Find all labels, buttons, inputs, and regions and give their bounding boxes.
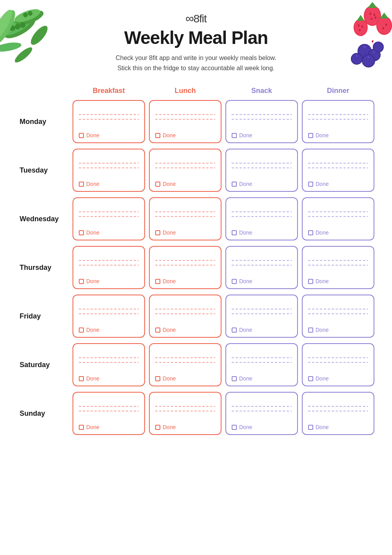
meal-box-sunday-dinner[interactable]: Done (302, 392, 374, 435)
day-label-friday: Friday (18, 312, 69, 320)
done-label-monday-lunch: Done (163, 132, 176, 138)
column-headers: Breakfast Lunch Snack Dinner (16, 85, 376, 97)
done-label-friday-lunch: Done (163, 327, 176, 333)
checkbox-sunday-breakfast[interactable] (79, 425, 84, 430)
checkbox-saturday-breakfast[interactable] (79, 376, 84, 381)
checkbox-wednesday-lunch[interactable] (155, 230, 160, 235)
done-label-saturday-snack: Done (239, 375, 252, 382)
checkbox-thursday-lunch[interactable] (155, 279, 160, 284)
day-row-thursday: Thursday Done Done (16, 246, 376, 289)
checkbox-friday-snack[interactable] (232, 328, 237, 333)
checkbox-friday-lunch[interactable] (155, 328, 160, 333)
meal-box-sunday-lunch[interactable]: Done (149, 392, 221, 435)
checkbox-saturday-snack[interactable] (232, 376, 237, 381)
meal-box-monday-lunch[interactable]: Done (149, 100, 221, 143)
meal-box-wednesday-lunch[interactable]: Done (149, 197, 221, 240)
day-row-friday: Friday Done Done (16, 295, 376, 338)
meal-box-wednesday-dinner[interactable]: Done (302, 197, 374, 240)
day-row-saturday: Saturday Done Done (16, 343, 376, 386)
checkbox-monday-dinner[interactable] (308, 133, 313, 138)
checkbox-monday-breakfast[interactable] (79, 133, 84, 138)
done-label-thursday-lunch: Done (163, 278, 176, 284)
meal-box-sunday-breakfast[interactable]: Done (73, 392, 145, 435)
checkbox-saturday-dinner[interactable] (308, 376, 313, 381)
checkbox-monday-lunch[interactable] (155, 133, 160, 138)
meal-grid: Breakfast Lunch Snack Dinner Monday Done (16, 85, 376, 435)
meal-box-thursday-breakfast[interactable]: Done (73, 246, 145, 289)
day-label-wednesday: Wednesday (18, 215, 69, 223)
checkbox-thursday-breakfast[interactable] (79, 279, 84, 284)
checkbox-monday-snack[interactable] (232, 133, 237, 138)
checkbox-thursday-dinner[interactable] (308, 279, 313, 284)
meal-box-sunday-snack[interactable]: Done (225, 392, 298, 435)
meal-box-wednesday-snack[interactable]: Done (225, 197, 298, 240)
done-label-friday-dinner: Done (316, 327, 328, 333)
day-row-sunday: Sunday Done Done (16, 392, 376, 435)
meal-box-thursday-dinner[interactable]: Done (302, 246, 374, 289)
checkbox-thursday-snack[interactable] (232, 279, 237, 284)
checkbox-saturday-lunch[interactable] (155, 376, 160, 381)
checkbox-friday-dinner[interactable] (308, 328, 313, 333)
done-label-thursday-snack: Done (239, 278, 252, 284)
meal-box-friday-dinner[interactable]: Done (302, 295, 374, 338)
meal-box-friday-lunch[interactable]: Done (149, 295, 221, 338)
day-label-tuesday: Tuesday (18, 166, 69, 175)
done-label-tuesday-snack: Done (239, 181, 252, 187)
meal-box-tuesday-lunch[interactable]: Done (149, 149, 221, 192)
checkbox-wednesday-breakfast[interactable] (79, 230, 84, 235)
checkbox-sunday-lunch[interactable] (155, 425, 160, 430)
done-label-wednesday-snack: Done (239, 229, 252, 236)
col-header-snack: Snack (225, 85, 298, 97)
done-label-wednesday-breakfast: Done (86, 229, 99, 236)
col-header-dinner: Dinner (302, 85, 374, 97)
checkbox-wednesday-snack[interactable] (232, 230, 237, 235)
meal-box-tuesday-dinner[interactable]: Done (302, 149, 374, 192)
checkbox-tuesday-dinner[interactable] (308, 182, 313, 187)
col-header-breakfast: Breakfast (73, 85, 145, 97)
done-label-thursday-breakfast: Done (86, 278, 99, 284)
meal-box-tuesday-snack[interactable]: Done (225, 149, 298, 192)
meal-box-thursday-snack[interactable]: Done (225, 246, 298, 289)
done-label-monday-snack: Done (239, 132, 252, 138)
done-label-tuesday-breakfast: Done (86, 181, 99, 187)
checkbox-friday-breakfast[interactable] (79, 328, 84, 333)
done-label-sunday-dinner: Done (316, 424, 328, 430)
page-title: Weekly Meal Plan (0, 27, 392, 48)
meal-box-monday-snack[interactable]: Done (225, 100, 298, 143)
logo-symbol: ∞ (185, 12, 193, 25)
meal-box-saturday-lunch[interactable]: Done (149, 343, 221, 386)
meal-box-saturday-dinner[interactable]: Done (302, 343, 374, 386)
meal-box-friday-snack[interactable]: Done (225, 295, 298, 338)
checkbox-tuesday-breakfast[interactable] (79, 182, 84, 187)
done-label-saturday-lunch: Done (163, 375, 176, 382)
checkbox-tuesday-snack[interactable] (232, 182, 237, 187)
meal-box-friday-breakfast[interactable]: Done (73, 295, 145, 338)
checkbox-sunday-snack[interactable] (232, 425, 237, 430)
done-label-thursday-dinner: Done (316, 278, 328, 284)
checkbox-sunday-dinner[interactable] (308, 425, 313, 430)
day-label-sunday: Sunday (18, 409, 69, 418)
meal-box-tuesday-breakfast[interactable]: Done (73, 149, 145, 192)
page-header: ∞8fit Weekly Meal Plan Check your 8fit a… (0, 0, 392, 85)
done-label-tuesday-lunch: Done (163, 181, 176, 187)
day-row-tuesday: Tuesday Done Done (16, 149, 376, 192)
day-label-saturday: Saturday (18, 361, 69, 369)
done-label-sunday-breakfast: Done (86, 424, 99, 430)
checkbox-wednesday-dinner[interactable] (308, 230, 313, 235)
done-label-friday-snack: Done (239, 327, 252, 333)
done-label-sunday-lunch: Done (163, 424, 176, 430)
day-label-thursday: Thursday (18, 264, 69, 272)
meal-box-monday-breakfast[interactable]: Done (73, 100, 145, 143)
meal-box-thursday-lunch[interactable]: Done (149, 246, 221, 289)
checkbox-tuesday-lunch[interactable] (155, 182, 160, 187)
meal-box-wednesday-breakfast[interactable]: Done (73, 197, 145, 240)
done-label-saturday-breakfast: Done (86, 375, 99, 382)
col-header-lunch: Lunch (149, 85, 221, 97)
logo: ∞8fit (0, 12, 392, 25)
meal-box-monday-dinner[interactable]: Done (302, 100, 374, 143)
done-label-monday-dinner: Done (316, 132, 328, 138)
meal-box-saturday-snack[interactable]: Done (225, 343, 298, 386)
day-row-wednesday: Wednesday Done Done (16, 197, 376, 240)
done-label-friday-breakfast: Done (86, 327, 99, 333)
meal-box-saturday-breakfast[interactable]: Done (73, 343, 145, 386)
